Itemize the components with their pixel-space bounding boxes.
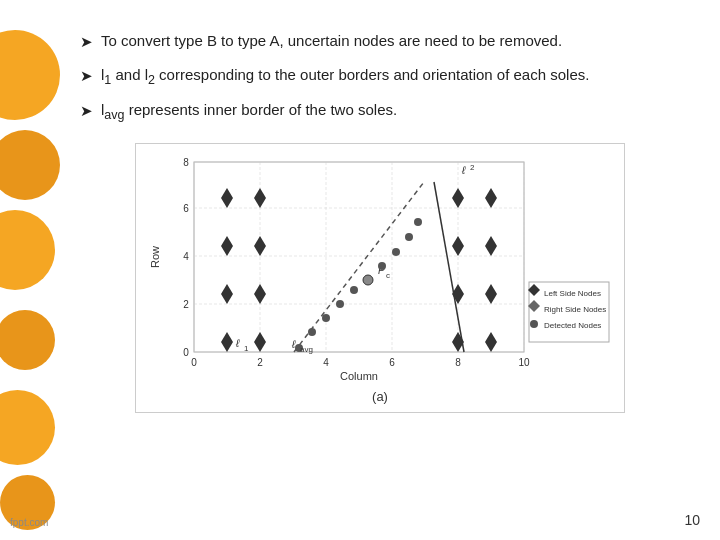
svg-text:4: 4 [323, 357, 329, 368]
bullet-text-2: l1 and l2 corresponding to the outer bor… [101, 64, 680, 90]
svg-point-48 [363, 275, 373, 285]
svg-point-43 [308, 328, 316, 336]
svg-text:10: 10 [518, 357, 530, 368]
figure-area: 0 2 4 6 8 0 2 4 6 8 10 Row Column [80, 143, 680, 413]
svg-text:2: 2 [257, 357, 263, 368]
decorative-circles [0, 0, 75, 540]
bullet-arrow-2: ➤ [80, 65, 93, 88]
svg-rect-0 [194, 162, 524, 352]
svg-text:1: 1 [244, 344, 249, 353]
svg-text:8: 8 [455, 357, 461, 368]
svg-text:8: 8 [183, 157, 189, 168]
graph-svg: 0 2 4 6 8 0 2 4 6 8 10 Row Column [144, 152, 614, 382]
bullet-arrow-3: ➤ [80, 100, 93, 123]
svg-text:Left Side Nodes: Left Side Nodes [544, 289, 601, 298]
deco-circle-2 [0, 130, 60, 200]
svg-text:4: 4 [183, 251, 189, 262]
svg-text:2: 2 [183, 299, 189, 310]
bullet-item-3: ➤ lavg represents inner border of the tw… [80, 99, 680, 125]
main-content: ➤ To convert type B to type A, uncertain… [80, 30, 680, 413]
svg-text:2: 2 [470, 163, 475, 172]
svg-text:ℓ: ℓ [291, 338, 296, 350]
bullet-text-1: To convert type B to type A, uncertain n… [101, 30, 680, 53]
deco-circle-5 [0, 390, 55, 465]
svg-text:6: 6 [183, 203, 189, 214]
svg-text:Row: Row [149, 246, 161, 268]
bullet-item-2: ➤ l1 and l2 corresponding to the outer b… [80, 64, 680, 90]
svg-text:avg: avg [300, 345, 313, 354]
svg-point-67 [530, 320, 538, 328]
bullet-arrow-1: ➤ [80, 31, 93, 54]
svg-point-51 [378, 262, 386, 270]
bullet-text-3: lavg represents inner border of the two … [101, 99, 680, 125]
svg-text:ℓ: ℓ [461, 164, 466, 176]
bullet-item-1: ➤ To convert type B to type A, uncertain… [80, 30, 680, 54]
svg-point-54 [414, 218, 422, 226]
deco-circle-1 [0, 30, 60, 120]
sub-1: 1 [104, 73, 111, 87]
svg-point-53 [405, 233, 413, 241]
slide-container: ➤ To convert type B to type A, uncertain… [0, 0, 720, 540]
page-number: 10 [684, 512, 700, 528]
bullet-list: ➤ To convert type B to type A, uncertain… [80, 30, 680, 125]
svg-text:Detected Nodes: Detected Nodes [544, 321, 601, 330]
svg-point-44 [322, 314, 330, 322]
svg-text:0: 0 [183, 347, 189, 358]
figure-box: 0 2 4 6 8 0 2 4 6 8 10 Row Column [135, 143, 625, 413]
svg-point-52 [392, 248, 400, 256]
svg-point-45 [336, 300, 344, 308]
sub-2: 2 [148, 73, 155, 87]
svg-point-46 [350, 286, 358, 294]
figure-caption: (a) [144, 389, 616, 404]
svg-text:6: 6 [389, 357, 395, 368]
fppt-logo: fppt.com [10, 517, 48, 528]
deco-circle-4 [0, 310, 55, 370]
svg-text:Right Side Nodes: Right Side Nodes [544, 305, 606, 314]
svg-text:Column: Column [340, 370, 378, 382]
svg-text:0: 0 [191, 357, 197, 368]
svg-text:c: c [386, 271, 390, 280]
svg-text:ℓ: ℓ [235, 337, 240, 349]
sub-avg: avg [104, 108, 124, 122]
deco-circle-3 [0, 210, 55, 290]
